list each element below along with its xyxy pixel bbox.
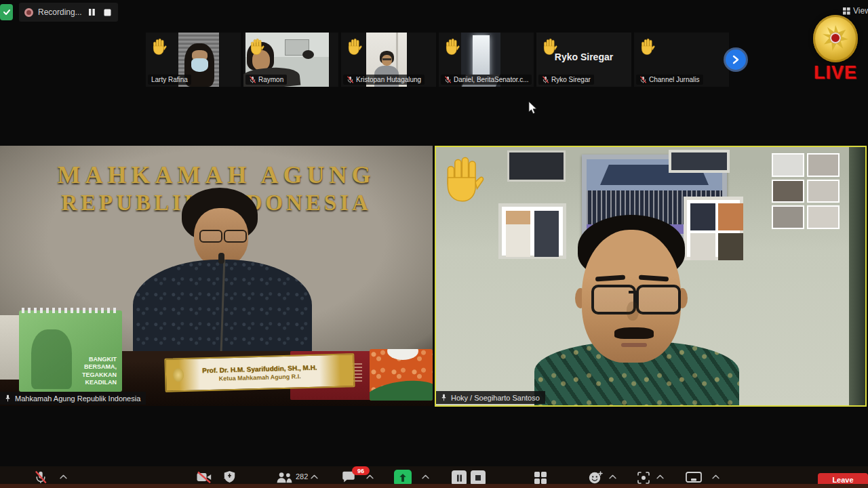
microphone-head	[218, 253, 224, 264]
mic-muted-icon	[542, 76, 549, 83]
participant-tile-channel-jurnalis[interactable]: Channel Jurnalis	[634, 33, 729, 87]
participant-tile-ryko[interactable]: Ryko Siregar Ryko Siregar	[536, 33, 631, 87]
focus-frame-icon	[637, 471, 650, 485]
next-participants-page-button[interactable]	[726, 49, 746, 70]
wall-text-line1: MAHKAMAH AGUNG	[0, 161, 433, 189]
focus-options-chevron[interactable]	[656, 474, 664, 479]
wall-photo	[772, 153, 804, 177]
whiteboard-icon	[686, 472, 702, 484]
participant-name-label: Kristopan Hutagalung	[343, 75, 425, 85]
view-label: View	[853, 6, 868, 16]
participant-name-label: Channel Jurnalis	[636, 75, 703, 85]
collage-photo-4	[718, 233, 743, 260]
judge-glasses-right-lens	[224, 230, 247, 243]
photo-frame-portraits	[498, 203, 566, 259]
face-mask	[191, 58, 208, 72]
focus-mode-button[interactable]	[636, 470, 651, 485]
calendar-slogan: BANGKIT BERSAMA, TEGAKKAN KEADILAN	[68, 356, 117, 386]
participant-name-label: Raymon	[245, 75, 287, 85]
security-button[interactable]	[221, 468, 237, 485]
pause-share-button[interactable]	[452, 470, 467, 485]
photo-frame-small-top	[669, 150, 730, 173]
pin-icon	[440, 394, 448, 401]
mahkamah-agung-gold-seal-logo	[813, 15, 858, 62]
participants-options-chevron[interactable]	[311, 474, 318, 479]
chat-options-chevron[interactable]	[366, 474, 374, 479]
main-video-mahkamah-agung[interactable]: MAHKAMAH AGUNG REPUBLIK INDONESIA BANGKI…	[0, 146, 433, 406]
apps-button[interactable]	[533, 470, 548, 485]
meeting-controls-toolbar	[0, 466, 868, 484]
desk-nameplate: Prof. Dr. H.M. Syarifuddin, SH., M.H. Ke…	[164, 353, 355, 392]
participant-name-label: Ryko Siregar	[538, 75, 594, 85]
wall-photo	[807, 205, 840, 229]
person-face	[382, 55, 392, 66]
mic-muted-icon	[34, 470, 47, 484]
mic-muted-icon	[444, 76, 452, 83]
video-button[interactable]	[195, 470, 213, 485]
left-video-name: Mahkamah Agung Republik Indonesia	[15, 394, 140, 403]
participant-tile-raymon[interactable]: Raymon	[243, 33, 338, 87]
participant-tile-kristopan[interactable]: Kristopan Hutagalung	[341, 33, 436, 87]
participant-tile-larty[interactable]: Larty Rafina	[146, 33, 241, 87]
calendar-fist-graphic	[31, 329, 72, 389]
share-options-chevron[interactable]	[422, 474, 429, 479]
mute-button[interactable]	[33, 469, 49, 485]
nameplate-seal	[173, 368, 184, 382]
photo-collage-wall	[772, 153, 840, 229]
whiteboard-options-chevron[interactable]	[712, 474, 719, 479]
photo-frame-collage	[684, 197, 743, 260]
stop-share-button[interactable]	[471, 470, 486, 485]
photo-frame-top-left	[507, 150, 566, 182]
speaker-glasses-bridge	[629, 291, 638, 293]
participant-name: Channel Jurnalis	[649, 76, 700, 83]
participant-name: Larty Rafina	[151, 76, 188, 83]
view-button[interactable]: View	[843, 5, 868, 17]
participants-button[interactable]	[275, 470, 294, 485]
main-video-hoky-soegiharto[interactable]: Hoky / Soegiharto Santoso	[435, 146, 867, 407]
wall-photo	[807, 153, 840, 177]
wall-photo	[772, 180, 804, 203]
raised-hand-icon-large	[443, 155, 484, 205]
bright-doorway	[473, 35, 490, 77]
zoom-meeting-window: Recording... View LIVE Larty Rafina	[0, 0, 868, 488]
shield-icon	[223, 470, 236, 484]
stop-recording-button[interactable]	[102, 7, 113, 18]
pause-icon	[456, 474, 462, 482]
recording-indicator: Recording...	[19, 3, 118, 22]
collage-photo-1	[690, 203, 715, 230]
person-glasses	[382, 58, 391, 60]
raised-hand-icon	[152, 38, 167, 56]
mic-muted-icon	[639, 76, 647, 83]
speaker-nose	[627, 302, 639, 321]
reactions-options-chevron[interactable]	[609, 474, 616, 479]
speaker-mouth	[621, 343, 647, 347]
video-off-icon	[196, 471, 212, 483]
portrait-photo-right	[534, 211, 559, 257]
whiteboard-button[interactable]	[685, 471, 703, 485]
raised-hand-icon	[445, 38, 460, 56]
status-check-icon	[0, 4, 13, 20]
collage-photo-2	[718, 203, 743, 230]
tissue-box	[370, 349, 433, 401]
judge-glasses-left-lens	[199, 230, 222, 243]
pause-recording-button[interactable]	[87, 7, 98, 18]
participant-name: Kristopan Hutagalung	[356, 76, 421, 83]
stop-icon	[475, 474, 481, 481]
seal-center-emblem	[830, 33, 841, 43]
mouse-cursor	[528, 102, 538, 115]
raised-hand-icon	[347, 38, 362, 56]
desk-calendar: BANGKIT BERSAMA, TEGAKKAN KEADILAN	[19, 310, 122, 392]
reactions-smiley-icon	[588, 470, 603, 485]
participant-name-label: Larty Rafina	[148, 75, 191, 85]
speaker-mustache	[614, 327, 654, 339]
raised-hand-icon	[250, 38, 264, 56]
helmet-object	[302, 50, 314, 59]
raised-hand-icon	[640, 38, 655, 56]
curtain-edge	[849, 147, 865, 405]
wall-photo	[772, 205, 804, 229]
bottom-edge-stripe	[0, 484, 868, 488]
mute-options-chevron[interactable]	[60, 474, 67, 479]
apps-grid-icon	[534, 471, 547, 485]
participant-name: Daniel, BeritaSenator.c...	[454, 76, 529, 83]
participant-tile-daniel[interactable]: Daniel, BeritaSenator.c...	[439, 33, 534, 87]
